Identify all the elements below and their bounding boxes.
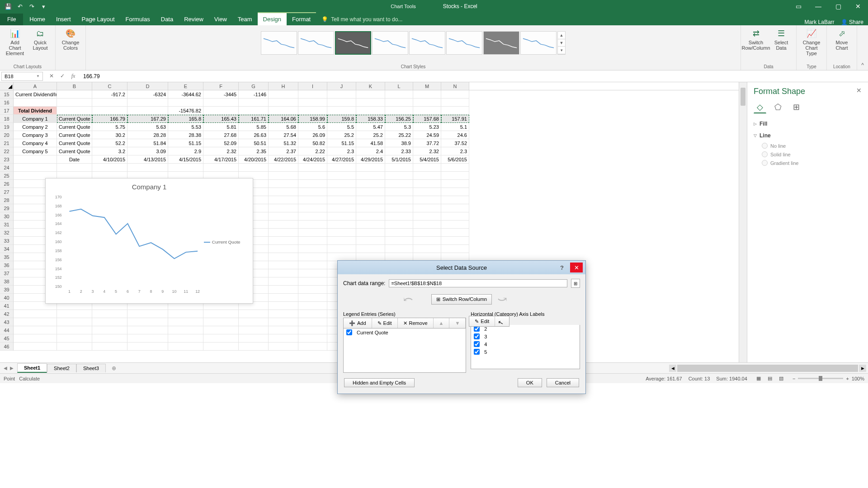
category-checkbox[interactable] — [474, 341, 480, 347]
cell[interactable] — [269, 277, 298, 286]
cell[interactable]: 5.68 — [269, 123, 298, 131]
cell[interactable]: -3644.62 — [168, 90, 203, 99]
row-header[interactable]: 31 — [0, 221, 14, 229]
cell[interactable]: 158.99 — [298, 115, 327, 123]
cell[interactable] — [327, 172, 356, 180]
cell[interactable] — [92, 334, 127, 343]
cell[interactable] — [14, 164, 57, 172]
cell[interactable]: 2.3 — [441, 147, 469, 155]
cell[interactable]: 5.81 — [203, 123, 239, 131]
cell[interactable] — [269, 172, 298, 180]
effects-tab-icon[interactable]: ⬠ — [772, 101, 784, 113]
select-all-corner[interactable]: ◢ — [0, 82, 14, 90]
cell[interactable] — [385, 107, 413, 115]
row-header[interactable]: 34 — [0, 245, 14, 253]
series-listbox[interactable]: Current Quote — [343, 328, 466, 373]
cell[interactable] — [413, 180, 441, 188]
cell[interactable] — [356, 90, 385, 99]
series-item[interactable]: Current Quote — [357, 330, 388, 335]
cell[interactable] — [356, 99, 385, 107]
cell[interactable] — [203, 99, 239, 107]
cell[interactable] — [356, 221, 385, 229]
select-data-button[interactable]: ☰Select Data — [770, 27, 793, 52]
spreadsheet-area[interactable]: ◢ABCDEFGHIJKLMN 15Current Dividend/Incom… — [0, 82, 739, 362]
cell[interactable] — [298, 180, 327, 188]
cell[interactable]: 165.8 — [168, 115, 203, 123]
row-header[interactable]: 18 — [0, 115, 14, 123]
cell[interactable] — [269, 253, 298, 261]
cell[interactable] — [356, 172, 385, 180]
change-chart-type-button[interactable]: 📈Change Chart Type — [800, 27, 823, 57]
cell[interactable]: 166.79 — [92, 115, 127, 123]
cell[interactable]: 50.82 — [298, 139, 327, 147]
cell[interactable] — [327, 196, 356, 204]
cell[interactable]: 51.15 — [327, 139, 356, 147]
cell[interactable] — [269, 245, 298, 253]
cell[interactable]: 51.15 — [168, 139, 203, 147]
cell[interactable] — [269, 188, 298, 196]
cell[interactable] — [127, 318, 168, 326]
cell[interactable]: -6324 — [127, 90, 168, 99]
cell[interactable]: 4/27/2015 — [327, 155, 356, 164]
cell[interactable]: Current Quote — [57, 123, 92, 131]
chart-style-6[interactable] — [446, 31, 482, 55]
cell[interactable]: 38.9 — [385, 139, 413, 147]
cell[interactable] — [298, 294, 327, 302]
cell[interactable] — [413, 164, 441, 172]
cell[interactable] — [385, 204, 413, 212]
undo-icon[interactable]: ↶ — [14, 1, 25, 12]
row-header[interactable]: 24 — [0, 164, 14, 172]
cell[interactable] — [57, 310, 92, 318]
add-chart-element-button[interactable]: 📊Add Chart Element — [4, 27, 26, 57]
tab-file[interactable]: File — [0, 14, 23, 25]
cell[interactable] — [57, 164, 92, 172]
cell[interactable] — [92, 326, 127, 334]
gradient-line-option[interactable]: Gradient line — [762, 159, 862, 167]
collapse-ribbon-icon[interactable]: ^ — [857, 25, 868, 70]
row-header[interactable]: 27 — [0, 188, 14, 196]
cell[interactable] — [385, 229, 413, 237]
cell[interactable] — [298, 212, 327, 221]
chart-style-3[interactable] — [335, 31, 371, 55]
sheet-nav-last-icon[interactable]: ▶ — [10, 366, 14, 371]
cell[interactable]: 3.2 — [92, 147, 127, 155]
tab-review[interactable]: Review — [179, 13, 209, 25]
cell[interactable] — [356, 237, 385, 245]
cell[interactable] — [385, 196, 413, 204]
cell[interactable]: 27.68 — [203, 131, 239, 139]
cell[interactable] — [441, 107, 469, 115]
cell[interactable] — [385, 172, 413, 180]
cell[interactable]: 52.2 — [92, 139, 127, 147]
dialog-help-icon[interactable]: ? — [556, 262, 568, 273]
column-header[interactable]: K — [356, 82, 385, 90]
maximize-icon[interactable]: ▢ — [828, 0, 848, 13]
tab-data[interactable]: Data — [156, 13, 179, 25]
cell[interactable]: 4/29/2015 — [356, 155, 385, 164]
row-header[interactable]: 19 — [0, 123, 14, 131]
cell[interactable] — [385, 90, 413, 99]
tab-formulas[interactable]: Formulas — [120, 13, 156, 25]
cell[interactable] — [239, 343, 269, 351]
cell[interactable] — [441, 196, 469, 204]
cell[interactable] — [327, 107, 356, 115]
row-header[interactable]: 35 — [0, 253, 14, 261]
move-chart-button[interactable]: ⬀Move Chart — [830, 27, 853, 52]
page-break-view-icon[interactable]: ▧ — [776, 375, 786, 381]
cell[interactable]: Total Dividend — [14, 107, 57, 115]
sheet-tab-3[interactable]: Sheet3 — [76, 364, 106, 372]
cell[interactable] — [269, 269, 298, 277]
cell[interactable] — [413, 204, 441, 212]
name-box[interactable]: B18▼ — [1, 72, 43, 81]
row-header[interactable]: 21 — [0, 139, 14, 147]
cell[interactable] — [327, 245, 356, 253]
column-header[interactable]: C — [92, 82, 127, 90]
cell[interactable] — [441, 204, 469, 212]
cell[interactable] — [298, 318, 327, 326]
row-header[interactable]: 26 — [0, 180, 14, 188]
cell[interactable]: 26.09 — [298, 131, 327, 139]
cell[interactable]: 5/6/2015 — [441, 155, 469, 164]
cell[interactable] — [356, 204, 385, 212]
cell[interactable] — [413, 99, 441, 107]
cell[interactable]: 4/20/2015 — [239, 155, 269, 164]
minimize-icon[interactable]: — — [808, 0, 828, 13]
